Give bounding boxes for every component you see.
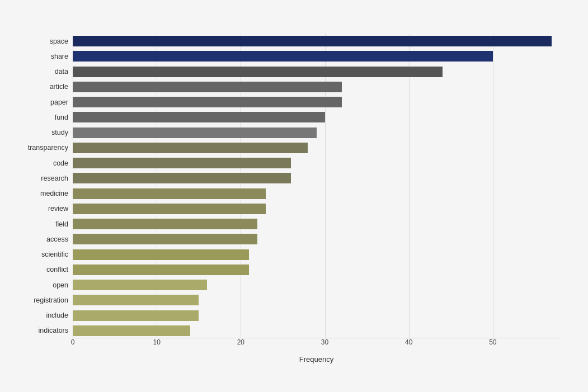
- bar-row: share: [73, 50, 560, 63]
- bar-label: include: [12, 311, 68, 319]
- bar-row: open: [73, 279, 560, 291]
- bar-row: data: [73, 65, 560, 78]
- bar-row: code: [73, 157, 560, 169]
- bar-label: registration: [12, 296, 68, 304]
- bar-label: share: [12, 53, 68, 60]
- x-tick: 40: [405, 338, 412, 346]
- bar-label: data: [12, 68, 68, 75]
- bar-label: scientific: [12, 251, 68, 258]
- bar-row: review: [73, 202, 560, 215]
- bar-label: research: [12, 174, 68, 182]
- x-tick: 10: [153, 338, 160, 346]
- bar-label: code: [12, 159, 68, 167]
- bar-label: medicine: [12, 190, 68, 197]
- bar-row: paper: [73, 96, 560, 108]
- bar-label: field: [12, 220, 68, 228]
- bar-row: study: [73, 126, 560, 139]
- grid-line: [73, 34, 73, 338]
- bar: [73, 310, 199, 321]
- bar: [73, 234, 257, 244]
- bar: [73, 67, 443, 77]
- bar-row: transparency: [73, 141, 560, 154]
- grid-container: [73, 34, 560, 338]
- x-tick: 0: [71, 338, 75, 346]
- bar-row: conflict: [73, 263, 560, 276]
- bar: [73, 173, 291, 183]
- bar-row: fund: [73, 111, 560, 124]
- bar: [73, 51, 493, 62]
- chart-area: spacesharedataarticlepaperfundstudytrans…: [73, 34, 560, 363]
- x-tick: 50: [489, 338, 496, 346]
- bar: [73, 249, 249, 260]
- x-tick: 30: [321, 338, 328, 346]
- bar: [73, 127, 317, 138]
- bar-label: fund: [12, 114, 68, 121]
- grid-line: [409, 34, 410, 338]
- bar-row: registration: [73, 294, 560, 306]
- bar: [73, 112, 325, 122]
- bar-row: medicine: [73, 187, 560, 200]
- bar: [73, 97, 342, 107]
- bar-label: study: [12, 129, 68, 136]
- bar-row: include: [73, 309, 560, 322]
- bar: [73, 82, 342, 92]
- x-axis-label: Frequency: [299, 355, 333, 363]
- bar-label: review: [12, 205, 68, 212]
- bar-row: access: [73, 233, 560, 245]
- bar-row: field: [73, 218, 560, 230]
- bar: [73, 219, 257, 229]
- bar: [73, 265, 249, 275]
- bar: [73, 36, 552, 46]
- bar: [73, 143, 308, 153]
- bar-row: scientific: [73, 248, 560, 261]
- bar-label: conflict: [12, 266, 68, 273]
- bar-label: transparency: [12, 144, 68, 152]
- x-tick: 20: [237, 338, 244, 346]
- x-axis: 01020304050: [73, 338, 560, 352]
- bar-label: paper: [12, 98, 68, 106]
- bar-row: research: [73, 172, 560, 185]
- bar: [73, 188, 266, 199]
- bar-label: open: [12, 281, 68, 289]
- bar-row: space: [73, 35, 560, 48]
- grid-line: [241, 34, 241, 338]
- bar: [73, 325, 190, 336]
- grid-line: [493, 34, 493, 338]
- bar-label: access: [12, 235, 68, 243]
- bar: [73, 280, 207, 290]
- bars-wrapper: spacesharedataarticlepaperfundstudytrans…: [73, 34, 560, 338]
- bar-label: article: [12, 83, 68, 91]
- bar: [73, 295, 199, 305]
- chart-container: spacesharedataarticlepaperfundstudytrans…: [11, 11, 577, 392]
- bar: [73, 158, 291, 168]
- grid-line: [325, 34, 326, 338]
- bar-row: article: [73, 81, 560, 93]
- bar-label: space: [12, 37, 68, 45]
- bar-row: indicators: [73, 324, 560, 337]
- grid-line: [157, 34, 157, 338]
- bar: [73, 204, 266, 214]
- bar-label: indicators: [12, 327, 68, 334]
